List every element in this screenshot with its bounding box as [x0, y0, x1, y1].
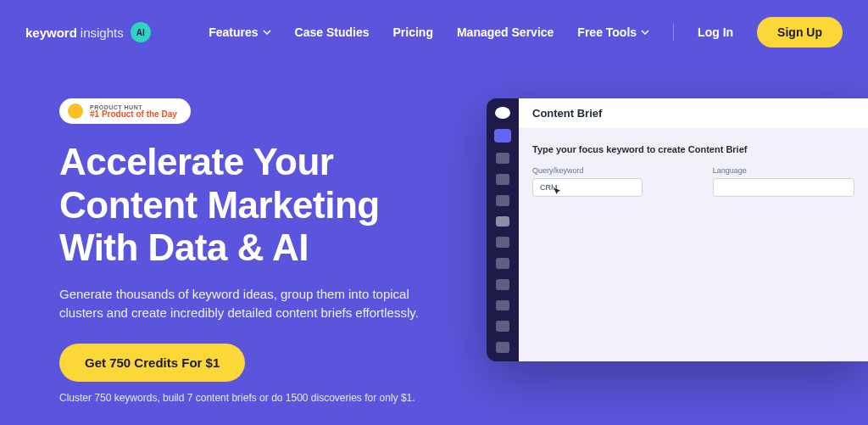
- hero-subhead: Generate thousands of keyword ideas, gro…: [59, 285, 453, 323]
- sidebar-icon: [496, 195, 509, 206]
- nav-pricing[interactable]: Pricing: [392, 25, 432, 39]
- nav-pricing-label: Pricing: [392, 25, 432, 39]
- sidebar-icon: [496, 300, 509, 311]
- medal-icon: [68, 103, 83, 119]
- cta-subtext: Cluster 750 keywords, build 7 content br…: [59, 392, 453, 404]
- sidebar-icon: [496, 174, 509, 185]
- sidebar-icon: [496, 342, 509, 353]
- nav-features-label: Features: [209, 25, 258, 39]
- nav-managed-service-label: Managed Service: [457, 25, 554, 39]
- sidebar-icon: [496, 321, 509, 332]
- hero-headline: Accelerate Your Content Marketing With D…: [59, 141, 453, 270]
- query-input[interactable]: [532, 178, 643, 197]
- sidebar-icon: [496, 258, 509, 269]
- language-field: Language: [713, 166, 854, 197]
- mockup-logo-icon: [495, 107, 510, 119]
- cursor-icon: [553, 187, 563, 197]
- chevron-down-icon: [263, 30, 271, 35]
- app-mockup: Content Brief Type your focus keyword to…: [487, 98, 868, 361]
- logo-part1: keyword: [25, 25, 77, 40]
- nav-case-studies[interactable]: Case Studies: [295, 25, 370, 39]
- hero-section: PRODUCT HUNT #1 Product of the Day Accel…: [0, 64, 868, 404]
- mockup-title: Type your focus keyword to create Conten…: [532, 144, 854, 154]
- mockup-header: Content Brief: [519, 98, 868, 129]
- mockup-sidebar: [487, 98, 519, 361]
- main-header: keywordinsights AI Features Case Studies…: [0, 0, 868, 64]
- ph-title: #1 Product of the Day: [90, 110, 177, 119]
- mockup-fields: Query/keyword Language: [532, 166, 854, 197]
- cta-button[interactable]: Get 750 Credits For $1: [59, 344, 245, 382]
- query-field: Query/keyword: [532, 166, 703, 197]
- mockup-main: Content Brief Type your focus keyword to…: [519, 98, 868, 361]
- sidebar-icon: [496, 237, 509, 248]
- sidebar-icon: [496, 216, 509, 227]
- logo-part2: insights: [81, 25, 124, 40]
- hero-left: PRODUCT HUNT #1 Product of the Day Accel…: [59, 98, 453, 404]
- main-nav: Features Case Studies Pricing Managed Se…: [209, 17, 843, 48]
- language-label: Language: [713, 166, 854, 175]
- logo-ai-badge: AI: [131, 22, 151, 42]
- logo[interactable]: keywordinsights AI: [25, 22, 151, 42]
- query-label: Query/keyword: [532, 166, 703, 175]
- nav-features[interactable]: Features: [209, 25, 270, 39]
- nav-free-tools-label: Free Tools: [577, 25, 637, 39]
- mockup-body: Type your focus keyword to create Conten…: [519, 129, 868, 361]
- nav-case-studies-label: Case Studies: [295, 25, 370, 39]
- hero-mockup-container: Content Brief Type your focus keyword to…: [487, 98, 868, 404]
- sidebar-icon: [496, 153, 509, 164]
- chevron-down-icon: [641, 30, 649, 35]
- nav-free-tools[interactable]: Free Tools: [577, 25, 649, 39]
- nav-login-label: Log In: [698, 25, 733, 39]
- sidebar-icon: [496, 279, 509, 290]
- nav-managed-service[interactable]: Managed Service: [457, 25, 554, 39]
- query-input-wrap: [532, 178, 703, 197]
- ph-text: PRODUCT HUNT #1 Product of the Day: [90, 104, 177, 119]
- language-input[interactable]: [713, 178, 854, 197]
- product-hunt-badge[interactable]: PRODUCT HUNT #1 Product of the Day: [59, 98, 191, 124]
- nav-divider: [673, 24, 674, 41]
- signup-button[interactable]: Sign Up: [757, 17, 843, 48]
- plus-icon: [494, 129, 511, 143]
- nav-login[interactable]: Log In: [698, 25, 733, 39]
